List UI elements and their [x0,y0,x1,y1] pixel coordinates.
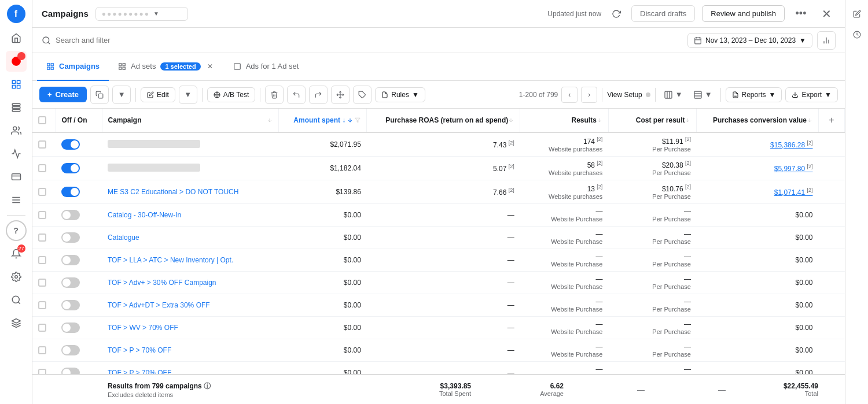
nav-icon-settings[interactable] [6,266,27,287]
row-roas: 5.07 [493,165,506,173]
nav-icon-notifications2[interactable]: 27 [6,243,27,264]
duplicate-button[interactable] [90,86,109,104]
row-toggle[interactable] [61,368,80,375]
view-setup-button[interactable]: View Setup [607,91,650,99]
col-cost[interactable]: Cost per result [608,109,697,132]
edit-dropdown-button[interactable]: ▼ [179,86,197,104]
row-results-val: — [526,343,603,351]
duplicate-dropdown-button[interactable]: ▼ [112,86,131,104]
row-checkbox[interactable] [38,324,46,332]
nav-icon-search[interactable] [6,290,27,310]
edit-button[interactable]: Edit [141,87,175,102]
row-toggle[interactable] [61,323,80,333]
toggle-knob [62,256,71,264]
toggle-knob [62,301,71,309]
campaign-link[interactable]: TOF > P > 70% OFF [108,346,171,354]
row-checkbox[interactable] [38,279,46,287]
clock-sidebar-button[interactable] [848,25,866,44]
toolbar-separator2 [202,88,203,102]
more-options-button[interactable]: ••• [792,5,810,23]
row-toggle[interactable] [61,277,80,288]
nav-icon-people[interactable] [6,120,27,141]
rules-button[interactable]: Rules ▼ [375,87,425,102]
col-add[interactable]: + [819,109,845,132]
search-input[interactable] [56,36,683,45]
export-button[interactable]: Export ▼ [785,87,838,102]
row-conv-val[interactable]: $1,071.41 [2] [703,187,813,197]
row-toggle[interactable] [61,255,80,265]
nav-icon-notification[interactable] [6,51,27,72]
review-publish-button[interactable]: Review and publish [702,5,785,22]
next-page-button[interactable]: › [581,87,597,103]
columns-layout-button[interactable]: ▼ [660,88,686,102]
undo-button[interactable] [287,86,306,104]
campaign-link[interactable]: TOF > P > 70% OFF [108,369,171,374]
col-conv[interactable]: Purchases conversion value [697,109,819,132]
nav-icon-help[interactable]: ? [6,220,27,241]
move-button[interactable] [331,86,350,104]
account-dropdown[interactable]: ●●●●●●●●● ▼ [95,7,188,21]
nav-icon-analytics[interactable] [6,143,27,164]
campaign-link[interactable]: TOF > LLA > ATC > New Inventory | Opt. [108,256,233,264]
tab-ads[interactable]: Ads for 1 Ad set [224,53,308,81]
row-toggle[interactable] [61,210,80,220]
tag-button[interactable] [353,86,372,104]
row-checkbox[interactable] [38,211,46,219]
date-range-picker[interactable]: Nov 13, 2023 – Dec 10, 2023 ▼ [687,33,812,48]
close-button[interactable]: ✕ [817,5,836,23]
nav-icon-campaigns[interactable] [6,74,27,95]
campaign-link[interactable]: TOF > Adv+ > 30% OFF Campaign [108,279,216,287]
col-amount[interactable]: Amount spent ↓ [278,109,367,132]
row-conv-val[interactable]: $15,386.28 [2] [703,140,813,149]
row-toggle[interactable] [61,139,80,150]
campaign-link[interactable]: TOF > WV > 70% OFF [108,324,178,332]
tab-campaigns[interactable]: Campaigns [37,53,109,81]
row-checkbox[interactable] [38,256,46,264]
campaign-link[interactable]: ME S3 C2 Educational > DO NOT TOUCH [108,188,238,196]
campaign-link[interactable]: Catalogue [108,233,139,242]
discard-drafts-button[interactable]: Discard drafts [631,5,695,22]
campaign-link[interactable] [108,140,200,148]
col-roas[interactable]: Purchase ROAS (return on ad spend) [367,109,520,132]
delete-button[interactable] [265,86,284,104]
nav-icon-home[interactable] [6,28,27,49]
col-results[interactable]: Results [520,109,609,132]
nav-icon-billing[interactable] [6,166,27,187]
row-conv-val[interactable]: $5,997.80 [2] [703,164,813,173]
col-campaign[interactable]: Campaign [102,109,278,132]
row-layout-button[interactable]: ▼ [690,88,716,102]
nav-icon-tools[interactable] [6,313,27,333]
nav-icon-menu[interactable] [6,190,27,210]
row-toggle[interactable] [61,232,80,243]
row-toggle[interactable] [61,300,80,310]
row-toggle[interactable] [61,163,80,173]
prev-page-button[interactable]: ‹ [561,87,578,103]
row-checkbox[interactable] [38,188,46,196]
create-button[interactable]: + Create [39,87,87,102]
svg-rect-9 [12,174,20,180]
row-checkbox[interactable] [38,301,46,309]
campaign-link[interactable]: TOF > Adv+DT > Extra 30% OFF [108,301,210,309]
row-toggle[interactable] [61,187,80,197]
row-toggle[interactable] [61,345,80,355]
row-checkbox[interactable] [38,233,46,242]
campaign-link[interactable]: Catalog - 30-Off-New-In [108,211,181,219]
select-all-checkbox[interactable] [38,116,46,124]
adsets-close-icon[interactable]: ✕ [205,62,215,71]
reports-button[interactable]: Reports ▼ [726,87,782,102]
row-checkbox[interactable] [38,369,46,374]
row-checkbox[interactable] [38,346,46,354]
edit-sidebar-button[interactable] [848,5,866,23]
add-column-button[interactable]: + [825,113,838,127]
tab-adsets[interactable]: Ad sets 1 selected ✕ [109,53,224,81]
row-spacer-cell [819,157,845,180]
redo-button[interactable] [309,86,328,104]
campaign-link[interactable] [108,164,200,172]
row-cost-val: — [614,253,691,261]
refresh-button[interactable] [608,6,624,22]
chart-button[interactable] [817,31,836,50]
row-checkbox[interactable] [38,164,46,172]
row-checkbox[interactable] [38,140,46,149]
abtest-button[interactable]: A/B Test [207,87,255,102]
nav-icon-adsets[interactable] [6,97,27,118]
